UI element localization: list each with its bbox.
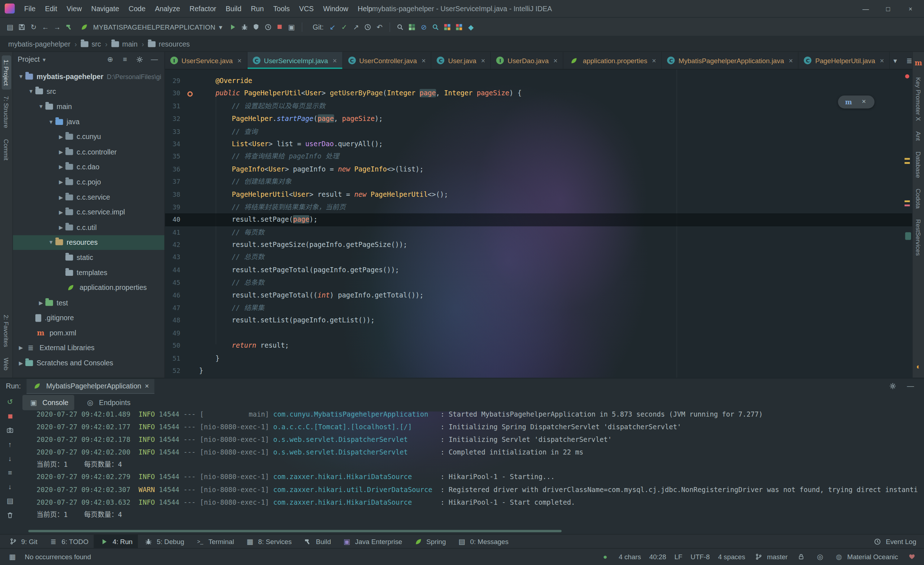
line-number[interactable]: 43 [165, 251, 180, 264]
tree-toggle-icon[interactable]: ▶ [57, 194, 65, 200]
tree-toggle-icon[interactable]: ▶ [16, 360, 25, 366]
scroll-up-icon[interactable]: ↑ [5, 439, 15, 449]
status-unlock-icon[interactable] [796, 551, 806, 562]
line-number[interactable]: 35 [165, 150, 180, 163]
tree-item-templates[interactable]: templates [13, 265, 165, 280]
line-number[interactable]: 32 [165, 113, 180, 125]
line-number[interactable]: 42 [165, 239, 180, 251]
tool-stripe-ant[interactable]: Ant [914, 128, 923, 145]
status-40-28[interactable]: 40:28 [650, 553, 666, 560]
git-commit-icon[interactable]: ✓ [339, 22, 350, 32]
heart-icon[interactable] [906, 551, 917, 562]
git-update-icon[interactable]: ↙ [327, 22, 338, 32]
tool-stripe-codota[interactable]: Codota [914, 185, 923, 213]
maven-icon[interactable]: m [35, 328, 46, 338]
line-number[interactable]: 52 [165, 365, 180, 378]
code-editor[interactable]: 29 @Override30 public PageHelperUtil<Use… [165, 70, 912, 378]
tree-toggle-icon[interactable]: ▼ [46, 239, 55, 245]
hide-panel-icon[interactable]: — [149, 54, 159, 65]
tree-item-c-c-controller[interactable]: ▶c.c.controller [13, 144, 165, 159]
forward-icon[interactable]: → [52, 22, 63, 32]
tree-item-scratches-and-consoles[interactable]: ▶Scratches and Consoles [13, 356, 165, 371]
console-tab-console[interactable]: ▣Console [22, 395, 74, 410]
close-icon[interactable]: × [789, 56, 793, 65]
breadcrumb-item-src[interactable]: src [81, 40, 101, 48]
console-tab-endpoints[interactable]: ◎Endpoints [79, 395, 136, 410]
stop-icon[interactable] [274, 22, 285, 32]
scroll-down-icon[interactable]: ↓ [5, 454, 15, 464]
services-icon[interactable]: ▦ [245, 536, 255, 547]
inspections-off-icon[interactable]: ⊘ [418, 22, 429, 32]
line-number[interactable]: 45 [165, 276, 180, 289]
tool-window-button-8-services[interactable]: ▦8: Services [239, 535, 297, 548]
tree-toggle-icon[interactable]: ▶ [57, 225, 65, 230]
soft-wrap-icon[interactable]: ≡ [5, 467, 15, 478]
tab-list-icon[interactable]: ≣ [904, 55, 915, 66]
tool-window-switcher-icon[interactable]: ▦ [7, 551, 18, 562]
tree-item-c-cunyu[interactable]: ▶c.cunyu [13, 129, 165, 144]
menu-refactor[interactable]: Refactor [185, 2, 221, 15]
tree-toggle-icon[interactable]: ▶ [16, 345, 25, 351]
tab-userserviceimpl-java[interactable]: CUserServiceImpl.java× [248, 52, 343, 69]
window-icon[interactable]: ▣ [286, 22, 297, 32]
sources-folder-icon[interactable] [55, 119, 63, 125]
spring-config-icon[interactable] [569, 55, 579, 66]
class-icon[interactable]: C [437, 57, 444, 64]
status-material-oceanic[interactable]: ◍Material Oceanic [834, 551, 898, 562]
tree-item-java[interactable]: ▼java [13, 114, 165, 129]
git-rollback-icon[interactable]: ↶ [374, 22, 385, 32]
tool-window-button-0-messages[interactable]: ▤0: Messages [451, 535, 514, 548]
run-icon[interactable] [227, 22, 237, 32]
stop-icon[interactable] [5, 411, 15, 421]
libraries-icon[interactable]: ≣ [25, 343, 36, 353]
settings-gear-icon[interactable] [888, 381, 898, 391]
tree-toggle-icon[interactable]: ▶ [57, 164, 65, 170]
line-number[interactable]: 47 [165, 302, 180, 314]
code-analysis-icon[interactable]: ● [600, 551, 610, 562]
close-icon[interactable]: × [859, 97, 869, 107]
tree-toggle-icon[interactable]: ▼ [16, 74, 25, 80]
tree-toggle-icon[interactable]: ▼ [36, 104, 45, 110]
run-configuration-select[interactable]: MYBATISPAGEHELPERAPPLICATION▾ [75, 20, 226, 33]
tool-window-button-5-debug[interactable]: 5: Debug [138, 535, 189, 548]
interface-icon[interactable]: I [170, 57, 178, 64]
close-icon[interactable]: × [554, 56, 557, 65]
hide-panel-icon[interactable]: — [905, 381, 916, 391]
line-number[interactable]: 44 [165, 264, 180, 276]
line-number[interactable]: 30 [165, 87, 180, 100]
status-notifications-icon[interactable]: ◎ [814, 551, 825, 562]
line-number[interactable]: 40 [165, 214, 180, 226]
plugin-blocks-2-icon[interactable] [454, 22, 464, 32]
folder-icon[interactable] [65, 270, 73, 275]
package-icon[interactable] [65, 134, 73, 140]
tool-window-button-9-git[interactable]: 9: Git [3, 535, 43, 548]
close-icon[interactable]: × [237, 56, 242, 65]
tool-window-button-spring[interactable]: Spring [408, 535, 451, 548]
close-icon[interactable]: × [145, 382, 149, 390]
breadcrumb-item-resources[interactable]: resources [148, 40, 189, 48]
line-number[interactable]: 36 [165, 163, 180, 176]
status-4-chars[interactable]: 4 chars [619, 553, 641, 560]
breadcrumb-item-mybatis-pagehelper[interactable]: mybatis-pagehelper [8, 40, 70, 48]
tool-stripe-key-promoter-x[interactable]: Key Promoter X [914, 73, 923, 125]
debug-icon[interactable] [239, 22, 249, 32]
status-4-spaces[interactable]: 4 spaces [718, 553, 745, 560]
resources-folder-icon[interactable] [55, 239, 63, 245]
close-icon[interactable]: × [481, 56, 485, 65]
codota-m-icon[interactable]: m [843, 97, 854, 107]
maximize-icon[interactable]: □ [883, 3, 893, 14]
minimize-icon[interactable]: — [861, 3, 871, 14]
tool-stripe-1-project[interactable]: 1: Project [2, 55, 11, 90]
status-master[interactable]: master [753, 551, 788, 562]
git-push-icon[interactable]: ↗ [351, 22, 361, 32]
tree-toggle-icon[interactable]: ▶ [57, 209, 65, 215]
tree-item--gitignore[interactable]: .gitignore [13, 311, 165, 326]
status-heart-icon[interactable] [906, 551, 917, 562]
terminal-icon[interactable]: >_ [195, 536, 206, 547]
class-icon[interactable]: C [253, 57, 260, 64]
search-icon[interactable] [395, 22, 405, 32]
tree-item-static[interactable]: static [13, 250, 165, 265]
todo-icon[interactable]: ≣ [48, 536, 58, 547]
tool-window-button-build[interactable]: Build [297, 535, 336, 548]
tree-toggle-icon[interactable]: ▶ [57, 179, 65, 185]
